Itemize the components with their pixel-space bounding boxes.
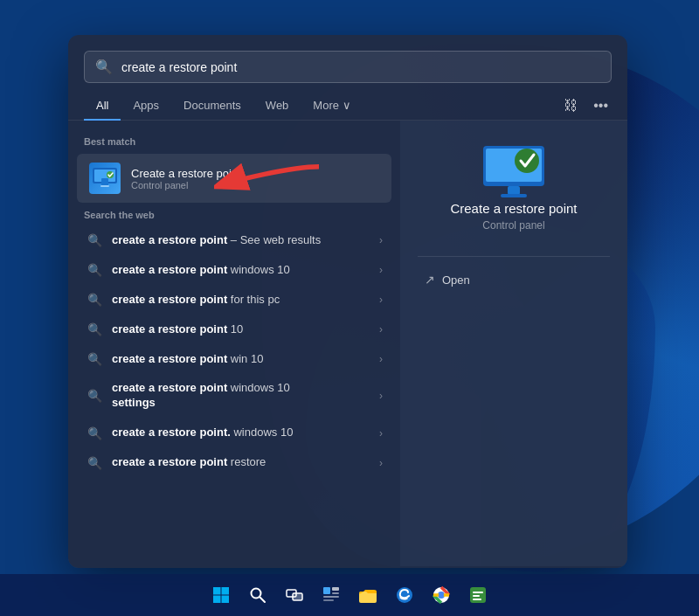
taskbar-widgets-button[interactable] bbox=[315, 579, 347, 611]
svg-rect-22 bbox=[323, 596, 339, 598]
svg-rect-23 bbox=[323, 599, 334, 601]
web-item-text-3: create a restore point 10 bbox=[112, 322, 370, 337]
web-search-icon-6: 🔍 bbox=[86, 426, 103, 440]
svg-rect-21 bbox=[332, 592, 339, 594]
edge-icon bbox=[396, 586, 413, 604]
search-input[interactable] bbox=[121, 60, 600, 74]
web-item-arrow-0: › bbox=[379, 234, 383, 246]
web-item-2[interactable]: 🔍 create a restore point for this pc › bbox=[73, 286, 395, 315]
svg-rect-18 bbox=[293, 593, 302, 600]
web-item-arrow-3: › bbox=[379, 323, 383, 336]
windows-logo-icon bbox=[212, 586, 230, 604]
web-item-7[interactable]: 🔍 create a restore point restore › bbox=[73, 448, 395, 477]
green-app-icon bbox=[469, 586, 487, 604]
web-item-6[interactable]: 🔍 create a restore point. windows 10 › bbox=[73, 419, 395, 447]
best-match-text: Create a restore point Control panel bbox=[131, 167, 241, 190]
web-search-label: Search the web bbox=[68, 204, 400, 225]
web-search-icon-5: 🔍 bbox=[86, 389, 103, 403]
tab-documents[interactable]: Documents bbox=[171, 92, 253, 121]
taskbar-search-icon bbox=[249, 586, 266, 604]
tab-web[interactable]: Web bbox=[253, 92, 301, 121]
web-item-5[interactable]: 🔍 create a restore point windows 10setti… bbox=[73, 374, 395, 418]
best-match-title: Create a restore point bbox=[131, 167, 241, 180]
web-item-arrow-6: › bbox=[379, 427, 383, 440]
taskbar-chrome-button[interactable] bbox=[426, 579, 457, 611]
start-menu: 🔍 All Apps Documents Web More ∨ ⛓ ••• Be… bbox=[68, 35, 627, 568]
svg-rect-4 bbox=[100, 185, 109, 187]
right-panel-title: Create a restore point bbox=[450, 201, 577, 216]
share-icon[interactable]: ⛓ bbox=[560, 94, 581, 117]
svg-rect-9 bbox=[501, 194, 527, 197]
explorer-icon bbox=[358, 586, 377, 604]
svg-rect-13 bbox=[213, 596, 221, 604]
more-options-icon[interactable]: ••• bbox=[590, 94, 612, 117]
svg-rect-19 bbox=[323, 587, 330, 594]
taskbar-windows-button[interactable] bbox=[205, 579, 237, 611]
svg-rect-11 bbox=[213, 587, 221, 595]
chrome-icon bbox=[433, 586, 450, 604]
web-search-icon-7: 🔍 bbox=[86, 456, 103, 470]
content-area: Best match bbox=[68, 121, 627, 566]
taskbar-explorer-button[interactable] bbox=[352, 579, 384, 611]
web-item-text-4: create a restore point win 10 bbox=[112, 352, 370, 367]
right-panel-app-icon bbox=[479, 142, 549, 201]
svg-rect-5 bbox=[107, 171, 114, 178]
tab-all[interactable]: All bbox=[84, 92, 121, 121]
tabs-actions: ⛓ ••• bbox=[560, 94, 612, 117]
web-search-icon-0: 🔍 bbox=[86, 233, 103, 247]
taskbar bbox=[0, 574, 699, 616]
svg-rect-14 bbox=[222, 596, 230, 604]
open-icon: ↗ bbox=[425, 273, 435, 287]
svg-point-10 bbox=[515, 149, 539, 173]
svg-rect-30 bbox=[473, 592, 483, 593]
widgets-icon bbox=[322, 586, 340, 604]
svg-rect-3 bbox=[103, 183, 107, 185]
search-bar[interactable]: 🔍 bbox=[84, 51, 612, 83]
web-item-text-1: create a restore point windows 10 bbox=[112, 263, 370, 278]
tab-more[interactable]: More ∨ bbox=[301, 92, 363, 121]
web-item-text-7: create a restore point restore bbox=[112, 455, 370, 470]
taskbar-taskview-button[interactable] bbox=[279, 579, 310, 611]
svg-rect-32 bbox=[473, 599, 481, 600]
web-search-icon-2: 🔍 bbox=[86, 293, 103, 307]
right-panel: Create a restore point Control panel ↗ O… bbox=[400, 121, 627, 566]
best-match-subtitle: Control panel bbox=[131, 180, 241, 190]
taskview-icon bbox=[286, 586, 303, 604]
open-button[interactable]: ↗ Open bbox=[418, 267, 610, 292]
web-item-arrow-7: › bbox=[379, 457, 383, 469]
taskbar-search-button[interactable] bbox=[242, 579, 273, 611]
web-item-arrow-4: › bbox=[379, 353, 383, 365]
right-panel-subtitle: Control panel bbox=[482, 219, 544, 232]
svg-rect-12 bbox=[222, 587, 230, 595]
web-item-4[interactable]: 🔍 create a restore point win 10 › bbox=[73, 345, 395, 374]
best-match-item[interactable]: Create a restore point Control panel bbox=[77, 154, 391, 203]
web-item-arrow-5: › bbox=[379, 390, 383, 402]
taskbar-edge-button[interactable] bbox=[389, 579, 420, 611]
taskbar-greenapp-button[interactable] bbox=[462, 579, 494, 611]
svg-rect-20 bbox=[332, 587, 339, 591]
web-item-arrow-2: › bbox=[379, 294, 383, 306]
tab-apps[interactable]: Apps bbox=[121, 92, 171, 121]
web-item-arrow-1: › bbox=[379, 264, 383, 276]
svg-line-16 bbox=[260, 597, 265, 602]
web-search-icon-4: 🔍 bbox=[86, 352, 103, 366]
svg-rect-31 bbox=[473, 595, 480, 597]
restore-point-icon bbox=[89, 163, 121, 194]
web-search-icon-1: 🔍 bbox=[86, 263, 103, 277]
open-label: Open bbox=[442, 273, 470, 287]
web-item-text-0: create a restore point – See web results bbox=[112, 233, 370, 248]
search-icon: 🔍 bbox=[95, 59, 113, 75]
search-tabs: All Apps Documents Web More ∨ ⛓ ••• bbox=[68, 83, 627, 121]
svg-point-28 bbox=[439, 592, 444, 598]
web-item-text-6: create a restore point. windows 10 bbox=[112, 426, 370, 440]
web-search-icon-3: 🔍 bbox=[86, 322, 103, 336]
web-item-3[interactable]: 🔍 create a restore point 10 › bbox=[73, 315, 395, 344]
svg-rect-8 bbox=[508, 186, 520, 195]
web-item-0[interactable]: 🔍 create a restore point – See web resul… bbox=[73, 226, 395, 255]
left-panel: Best match bbox=[68, 121, 400, 566]
best-match-label: Best match bbox=[68, 131, 400, 152]
web-item-1[interactable]: 🔍 create a restore point windows 10 › bbox=[73, 256, 395, 285]
web-item-text-2: create a restore point for this pc bbox=[112, 293, 370, 308]
web-item-text-5: create a restore point windows 10setting… bbox=[112, 381, 370, 411]
right-panel-divider bbox=[418, 256, 610, 257]
